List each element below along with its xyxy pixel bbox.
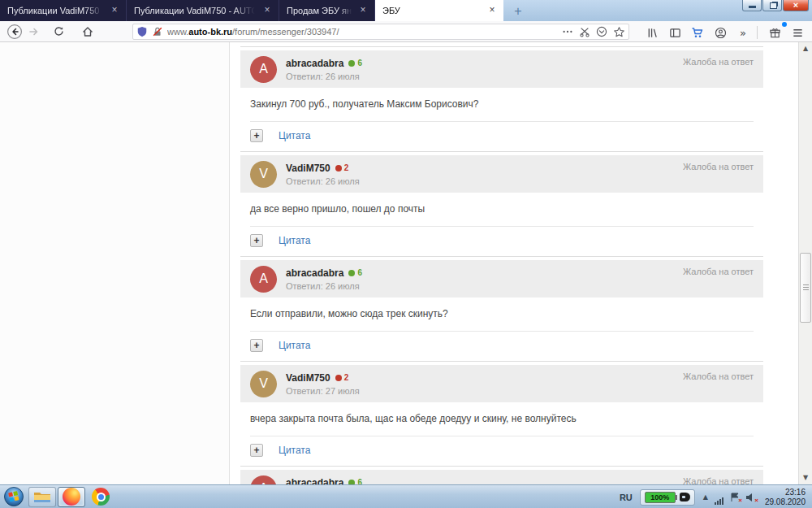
sidebar-toggle-button[interactable] [665, 24, 685, 41]
back-button[interactable] [5, 23, 24, 41]
vertical-scrollbar[interactable]: ▲ ▼ [798, 42, 812, 484]
tracking-protection-shield-icon[interactable] [136, 26, 148, 37]
post-header: A abracadabra 6 Ответил: 26 июля Жалоба … [240, 260, 763, 297]
post-header: V VadiM750 2 Ответил: 27 июля Жалоба на … [240, 365, 763, 402]
tab-publications-1[interactable]: Публикации VadiM750 - AUTO TE × [0, 0, 127, 21]
library-button[interactable] [642, 24, 662, 41]
post-header: A abracadabra 6 Ответил: 29 июля Жалоба … [240, 470, 763, 484]
footer-divider [250, 121, 754, 122]
forward-button[interactable] [24, 23, 44, 41]
quote-link[interactable]: Цитата [279, 235, 310, 246]
multiquote-button[interactable]: + [250, 129, 263, 142]
cart-extension-button[interactable] [688, 24, 707, 41]
tab-ebu-active[interactable]: ЭБУ × [375, 0, 503, 21]
url-bar[interactable]: www.auto-bk.ru/forum/messenger/303947/ [132, 24, 629, 40]
restore-button[interactable] [762, 0, 782, 11]
action-center-icon[interactable]: × [730, 493, 740, 502]
chrome-icon [92, 488, 110, 506]
start-button[interactable] [3, 486, 24, 507]
report-link[interactable]: Жалоба на ответ [683, 162, 754, 172]
quote-link[interactable]: Цитата [279, 130, 310, 141]
reputation-icon [348, 270, 355, 276]
hamburger-menu-button[interactable] [788, 24, 807, 41]
home-button[interactable] [78, 23, 97, 41]
quote-link[interactable]: Цитата [279, 340, 310, 351]
clock-time: 23:16 [765, 488, 806, 497]
page-left-margin [0, 42, 230, 484]
avatar[interactable]: A [250, 475, 277, 485]
forum-post: A abracadabra 6 Ответил: 29 июля Жалоба … [240, 466, 763, 484]
report-link[interactable]: Жалоба на ответ [683, 267, 754, 276]
file-explorer-icon [33, 489, 51, 504]
footer-divider [250, 226, 754, 227]
scrollbar-thumb[interactable] [800, 253, 811, 323]
taskbar-firefox-button[interactable] [58, 487, 85, 507]
username-link[interactable]: abracadabra [286, 267, 343, 279]
post-message: Закинул 700 руб., получатель Максим Бори… [240, 88, 763, 121]
volume-muted-icon[interactable]: × [745, 493, 756, 502]
tab-close-icon[interactable]: × [261, 4, 274, 17]
post-footer: + Цитата [240, 440, 763, 466]
overflow-menu-button[interactable]: » [733, 24, 753, 41]
post-divider [240, 46, 763, 47]
insecure-lock-icon[interactable] [152, 26, 163, 37]
quote-link[interactable]: Цитата [279, 445, 310, 456]
taskbar-explorer-button[interactable] [28, 487, 56, 507]
replied-date: Ответил: 26 июля [286, 176, 360, 186]
page-content: A abracadabra 6 Ответил: 26 июля Жалоба … [0, 42, 798, 484]
report-link[interactable]: Жалоба на ответ [683, 57, 754, 67]
avatar[interactable]: A [250, 266, 277, 293]
tab-publications-2[interactable]: Публикации VadiM750 - AUTO TE × [127, 0, 279, 21]
username-link[interactable]: abracadabra [286, 58, 343, 69]
library-icon [646, 27, 659, 39]
page-actions-icon[interactable] [562, 26, 573, 37]
scroll-up-arrow[interactable]: ▲ [799, 42, 812, 55]
reload-button[interactable] [49, 23, 68, 41]
username-link[interactable]: abracadabra [286, 477, 343, 485]
screenshot-scissors-icon[interactable] [579, 26, 590, 37]
report-link[interactable]: Жалоба на ответ [683, 371, 754, 381]
avatar[interactable]: A [250, 56, 277, 83]
multiquote-button[interactable]: + [250, 444, 263, 457]
close-button[interactable]: × [783, 0, 809, 11]
firefox-icon [63, 488, 80, 506]
post-message: да все верно пришло, пошел до почты [240, 193, 763, 226]
tab-title: Продам ЭБУ январь 5,1 - Покупк [287, 6, 353, 15]
language-indicator[interactable]: RU [620, 493, 633, 502]
username-link[interactable]: VadiM750 [286, 372, 330, 384]
bookmark-star-icon[interactable] [613, 26, 625, 38]
report-link[interactable]: Жалоба на ответ [683, 476, 754, 484]
account-button[interactable] [710, 24, 730, 41]
tab-close-icon[interactable]: × [108, 4, 121, 17]
taskbar-clock[interactable]: 23:16 29.08.2020 [765, 488, 806, 507]
post-divider [240, 151, 763, 152]
pocket-icon[interactable] [596, 26, 607, 37]
taskbar-chrome-button[interactable] [87, 487, 114, 507]
multiquote-button[interactable]: + [250, 234, 263, 247]
hidden-icons-button[interactable]: ▲ [703, 493, 708, 501]
post-message: Если отправили, можно сюда трек скинуть? [240, 297, 763, 331]
new-tab-button[interactable]: + [508, 2, 528, 21]
reputation-icon [335, 165, 342, 172]
multiquote-button[interactable]: + [250, 339, 263, 352]
scroll-down-arrow[interactable]: ▼ [799, 471, 812, 484]
forum-post: A abracadabra 6 Ответил: 26 июля Жалоба … [240, 46, 763, 151]
forum-post: V VadiM750 2 Ответил: 26 июля Жалоба на … [240, 151, 763, 256]
avatar[interactable]: V [250, 161, 277, 188]
network-icon[interactable] [715, 490, 724, 505]
windows-taskbar: RU 100% ▲ × × 23:16 29.08.2020 [0, 484, 812, 508]
post-divider [240, 466, 763, 467]
battery-indicator[interactable]: 100% [640, 489, 695, 506]
action-center-alert-x: × [738, 497, 742, 504]
tab-prodam-ebu[interactable]: Продам ЭБУ январь 5,1 - Покупк × [279, 0, 375, 21]
username-link[interactable]: VadiM750 [286, 163, 330, 174]
avatar[interactable]: V [250, 371, 277, 397]
toolbar-separator [757, 26, 758, 39]
tab-close-icon[interactable]: × [356, 4, 369, 17]
tab-close-icon[interactable]: × [486, 4, 499, 17]
tab-strip: Публикации VadiM750 - AUTO TE × Публикац… [0, 0, 503, 21]
whats-new-button[interactable] [765, 24, 784, 41]
minimize-button[interactable] [742, 0, 762, 11]
tab-title: Публикации VadiM750 - AUTO TE [134, 6, 257, 15]
avatar-letter: V [259, 167, 268, 181]
